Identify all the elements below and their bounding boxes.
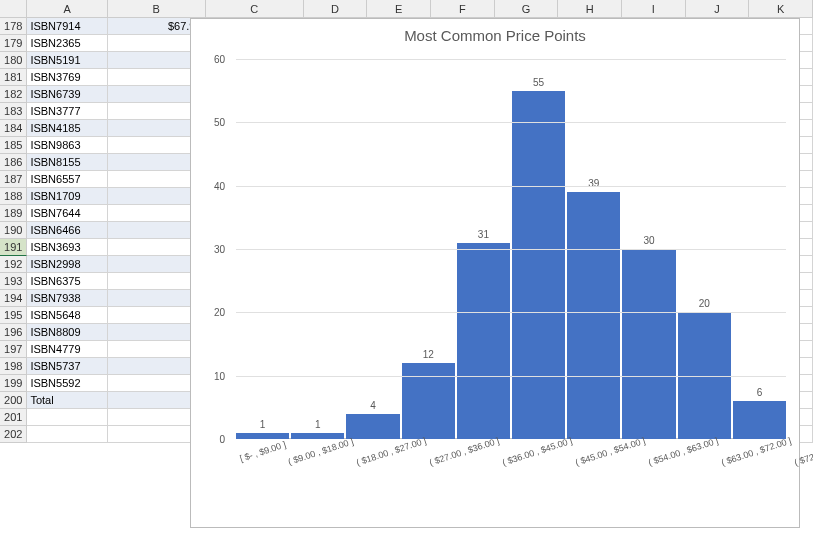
cell[interactable]: ISBN1709: [27, 188, 107, 205]
bar-value-label: 1: [236, 419, 289, 430]
bar-value-label: 30: [622, 235, 675, 246]
cell[interactable]: [27, 426, 107, 443]
plot-area: 1141231553930206: [236, 59, 786, 439]
col-header-D[interactable]: D: [304, 0, 368, 18]
histogram-bar[interactable]: 31: [457, 243, 510, 439]
y-tick-label: 0: [219, 434, 225, 445]
bar-value-label: 39: [567, 178, 620, 189]
y-tick-label: 50: [214, 117, 225, 128]
histogram-chart[interactable]: Most Common Price Points 0102030405060 1…: [190, 18, 800, 528]
row-header[interactable]: 192: [0, 256, 27, 273]
col-header-B[interactable]: B: [108, 0, 206, 18]
row-header[interactable]: 182: [0, 86, 27, 103]
cell[interactable]: [27, 409, 107, 426]
x-tick-label: ( $36.00 , $45.00 ]: [500, 432, 594, 531]
row-header[interactable]: 178: [0, 18, 27, 35]
cell[interactable]: ISBN6739: [27, 86, 107, 103]
cell[interactable]: ISBN4185: [27, 120, 107, 137]
x-tick-label: ( $18.00 , $27.00 ]: [354, 432, 448, 531]
row-header[interactable]: 190: [0, 222, 27, 239]
row-header[interactable]: 195: [0, 307, 27, 324]
y-tick-label: 40: [214, 180, 225, 191]
cell[interactable]: ISBN9863: [27, 137, 107, 154]
gridline: [236, 59, 786, 60]
chart-title: Most Common Price Points: [191, 19, 799, 48]
x-axis-labels: [ $- , $9.00 ]( $9.00 , $18.00 ]( $18.00…: [236, 443, 786, 523]
y-tick-label: 10: [214, 370, 225, 381]
row-header[interactable]: 197: [0, 341, 27, 358]
cell[interactable]: ISBN8809: [27, 324, 107, 341]
col-header-H[interactable]: H: [558, 0, 622, 18]
row-header[interactable]: 187: [0, 171, 27, 188]
bar-value-label: 20: [678, 298, 731, 309]
row-header[interactable]: 183: [0, 103, 27, 120]
y-tick-label: 30: [214, 244, 225, 255]
cell[interactable]: ISBN6466: [27, 222, 107, 239]
row-header[interactable]: 198: [0, 358, 27, 375]
cell[interactable]: ISBN5648: [27, 307, 107, 324]
gridline: [236, 186, 786, 187]
bar-value-label: 1: [291, 419, 344, 430]
cell[interactable]: Total: [27, 392, 107, 409]
row-header[interactable]: 202: [0, 426, 27, 443]
row-header[interactable]: 186: [0, 154, 27, 171]
gridline: [236, 249, 786, 250]
bar-value-label: 4: [346, 400, 399, 411]
cell[interactable]: ISBN4779: [27, 341, 107, 358]
row-header[interactable]: 191: [0, 239, 27, 256]
cell[interactable]: ISBN5592: [27, 375, 107, 392]
histogram-bar[interactable]: 12: [402, 363, 455, 439]
cell[interactable]: ISBN7938: [27, 290, 107, 307]
gridline: [236, 376, 786, 377]
cell[interactable]: ISBN7644: [27, 205, 107, 222]
cell[interactable]: ISBN2365: [27, 35, 107, 52]
x-tick-label: ( $45.00 , $54.00 ]: [573, 432, 667, 531]
col-header-J[interactable]: J: [686, 0, 750, 18]
x-tick-label: ( $63.00 , $72.00 ]: [719, 432, 813, 531]
col-header-C[interactable]: C: [206, 0, 304, 18]
row-header[interactable]: 188: [0, 188, 27, 205]
cell[interactable]: ISBN8155: [27, 154, 107, 171]
x-tick-label: ( $54.00 , $63.00 ]: [646, 432, 740, 531]
row-header[interactable]: 193: [0, 273, 27, 290]
row-header[interactable]: 181: [0, 69, 27, 86]
row-header[interactable]: 180: [0, 52, 27, 69]
bar-value-label: 31: [457, 229, 510, 240]
y-tick-label: 60: [214, 54, 225, 65]
cell[interactable]: ISBN3777: [27, 103, 107, 120]
cell[interactable]: ISBN5191: [27, 52, 107, 69]
cell[interactable]: ISBN3769: [27, 69, 107, 86]
col-header-F[interactable]: F: [431, 0, 495, 18]
cell[interactable]: ISBN2998: [27, 256, 107, 273]
cell[interactable]: ISBN7914: [27, 18, 107, 35]
bar-value-label: 55: [512, 77, 565, 88]
row-header[interactable]: 196: [0, 324, 27, 341]
histogram-bar[interactable]: 30: [622, 249, 675, 439]
row-header[interactable]: 184: [0, 120, 27, 137]
col-header-E[interactable]: E: [367, 0, 431, 18]
row-header[interactable]: 189: [0, 205, 27, 222]
select-all-corner[interactable]: [0, 0, 27, 18]
gridline: [236, 312, 786, 313]
column-headers: A B C D E F G H I J K: [0, 0, 813, 18]
cell[interactable]: ISBN6375: [27, 273, 107, 290]
cell[interactable]: ISBN3693: [27, 239, 107, 256]
bar-value-label: 12: [402, 349, 455, 360]
histogram-bar[interactable]: 55: [512, 91, 565, 439]
histogram-bar[interactable]: 39: [567, 192, 620, 439]
col-header-I[interactable]: I: [622, 0, 686, 18]
row-header[interactable]: 201: [0, 409, 27, 426]
histogram-bar[interactable]: 4: [346, 414, 399, 439]
row-header[interactable]: 199: [0, 375, 27, 392]
col-header-K[interactable]: K: [749, 0, 813, 18]
row-header[interactable]: 185: [0, 137, 27, 154]
col-header-A[interactable]: A: [27, 0, 107, 18]
row-header[interactable]: 194: [0, 290, 27, 307]
row-header[interactable]: 200: [0, 392, 27, 409]
bar-value-label: 6: [733, 387, 786, 398]
histogram-bar[interactable]: 6: [733, 401, 786, 439]
cell[interactable]: ISBN5737: [27, 358, 107, 375]
row-header[interactable]: 179: [0, 35, 27, 52]
cell[interactable]: ISBN6557: [27, 171, 107, 188]
col-header-G[interactable]: G: [495, 0, 559, 18]
